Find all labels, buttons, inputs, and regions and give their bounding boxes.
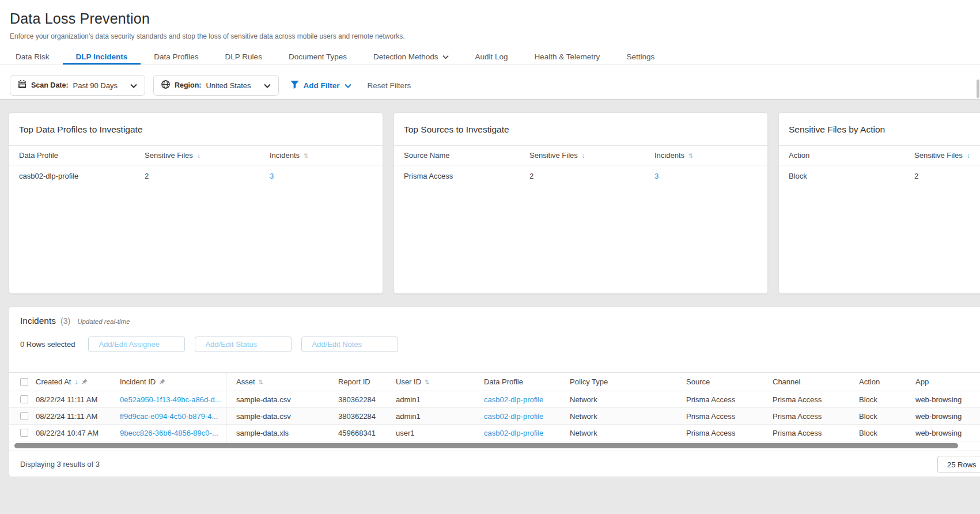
table-cell: Block [789,165,807,186]
cell-link[interactable]: 3 [654,172,659,180]
chevron-down-icon [130,80,137,90]
tab-settings[interactable]: Settings [613,50,668,65]
column-header-action[interactable]: Action [789,146,809,165]
vertical-scrollbar[interactable] [977,80,979,98]
sort-descending-icon[interactable]: ↓ [197,152,200,160]
column-header-incidents[interactable]: Incidents⇅ [270,146,309,165]
table-cell: 08/22/24 11:11 AM [36,391,97,407]
column-header-label: Data Profile [19,151,58,160]
column-header-source[interactable]: Source [686,373,710,391]
tab-audit-log[interactable]: Audit Log [462,50,521,65]
sort-descending-icon[interactable]: ↓ [582,152,585,160]
incidents-table-header: Created At↓Incident IDAsset⇅Report IDUse… [9,372,980,391]
tab-data-risk[interactable]: Data Risk [2,50,63,65]
sort-toggle-icon[interactable]: ⇅ [304,152,309,159]
row-checkbox[interactable] [20,412,28,420]
table-cell: Network [570,408,597,424]
row-checkbox[interactable] [20,429,28,437]
column-header-incident-id[interactable]: Incident ID [120,373,165,391]
sort-descending-icon[interactable]: ↓ [967,152,970,160]
reset-filters-button[interactable]: Reset Filters [368,81,411,90]
pinned-column-divider [226,372,226,443]
column-header-data-profile[interactable]: Data Profile [484,373,523,391]
horizontal-scrollbar[interactable] [14,443,958,448]
column-header-source-name[interactable]: Source Name [404,146,449,165]
table-cell: 0e52a950-1f13-49bc-a86d-d... [120,391,221,407]
sort-descending-icon[interactable]: ↓ [74,378,78,386]
tab-detection-methods[interactable]: Detection Methods [360,50,462,65]
column-header-sensitive-files[interactable]: Sensitive Files↓ [914,146,970,165]
rows-per-page-button[interactable]: 25 Rows [937,456,980,473]
pin-icon[interactable] [159,379,165,385]
column-header-action[interactable]: Action [859,373,880,391]
region-value: United States [206,81,251,90]
add-filter-button[interactable]: Add Filter [290,80,351,90]
select-all-checkbox[interactable] [20,378,28,386]
tab-label: Audit Log [475,50,508,64]
tab-document-types[interactable]: Document Types [275,50,360,65]
table-cell: Prisma Access [686,391,735,407]
table-cell: Prisma Access [404,165,453,186]
table-cell: 08/22/24 10:47 AM [36,425,99,441]
tab-dlp-incidents[interactable]: DLP Incidents [63,50,141,65]
column-header-label: App [915,377,929,386]
column-header-policy-type[interactable]: Policy Type [570,373,608,391]
table-cell: 9becc826-36b6-4856-89c0-... [120,425,218,441]
table-cell: Prisma Access [686,425,735,441]
column-header-asset[interactable]: Asset⇅ [236,373,263,391]
sort-toggle-icon[interactable]: ⇅ [688,152,694,159]
table-row: Block2 [779,165,980,186]
row-checkbox[interactable] [20,395,28,403]
chevron-down-icon [264,80,271,90]
column-header-sensitive-files[interactable]: Sensitive Files↓ [529,146,585,165]
action-button-add-edit-notes[interactable]: Add/Edit Notes [301,337,398,352]
table-cell: user1 [396,425,415,441]
table-cell: 380362284 [338,391,376,407]
action-button-add-edit-status[interactable]: Add/Edit Status [195,337,292,352]
cell-link[interactable]: 3 [270,172,274,180]
action-button-add-edit-assignee[interactable]: Add/Edit Assignee [88,337,185,352]
table-cell: sample-data.csv [236,408,291,424]
table-cell: Network [570,391,597,407]
column-header-label: Action [859,377,880,386]
table-cell: casb02-dlp-profile [484,408,543,424]
column-header-created-at[interactable]: Created At↓ [36,373,88,391]
cell-link[interactable]: casb02-dlp-profile [484,412,543,421]
column-header-label: User ID [396,377,421,386]
tab-data-profiles[interactable]: Data Profiles [141,50,211,65]
add-filter-label: Add Filter [304,81,340,90]
pin-icon[interactable] [81,379,88,385]
tab-label: Detection Methods [373,50,438,64]
region-filter[interactable]: Region: United States [153,75,279,96]
card-table-header: Source NameSensitive Files↓Incidents⇅ [394,145,767,165]
cell-link[interactable]: 9becc826-36b6-4856-89c0-... [120,429,218,437]
column-header-data-profile[interactable]: Data Profile [19,146,58,165]
tab-health-telemetry[interactable]: Health & Telemetry [521,50,614,65]
column-header-channel[interactable]: Channel [773,373,800,391]
table-cell: 2 [145,165,149,186]
card-title: Sensitive Files by Action [789,124,885,135]
row-checkbox-cell [20,391,28,407]
summary-card-0: Top Data Profiles to InvestigateData Pro… [9,112,383,294]
cell-link[interactable]: ff9d9cac-e094-4c50-b879-4... [120,412,218,421]
cell-link[interactable]: casb02-dlp-profile [484,395,543,404]
column-header-report-id[interactable]: Report ID [338,373,370,391]
cell-link[interactable]: 0e52a950-1f13-49bc-a86d-d... [120,395,221,404]
tab-label: Settings [626,50,654,64]
tab-label: Health & Telemetry [535,50,600,64]
tab-dlp-rules[interactable]: DLP Rules [212,50,275,65]
tab-label: Data Risk [16,50,50,64]
table-cell: Prisma Access [686,408,735,424]
tab-label: Document Types [289,50,347,64]
sort-toggle-icon[interactable]: ⇅ [259,379,264,386]
scan-date-filter[interactable]: Scan Date: Past 90 Days [10,75,145,96]
table-row: 08/22/24 10:47 AM9becc826-36b6-4856-89c0… [9,425,980,441]
tab-label: Data Profiles [154,50,198,64]
column-header-user-id[interactable]: User ID⇅ [396,373,430,391]
cell-link[interactable]: casb02-dlp-profile [484,429,543,437]
column-header-app[interactable]: App [915,373,929,391]
sort-toggle-icon[interactable]: ⇅ [425,379,430,386]
column-header-incidents[interactable]: Incidents⇅ [654,146,694,165]
region-label: Region: [175,81,202,89]
column-header-sensitive-files[interactable]: Sensitive Files↓ [145,146,200,165]
